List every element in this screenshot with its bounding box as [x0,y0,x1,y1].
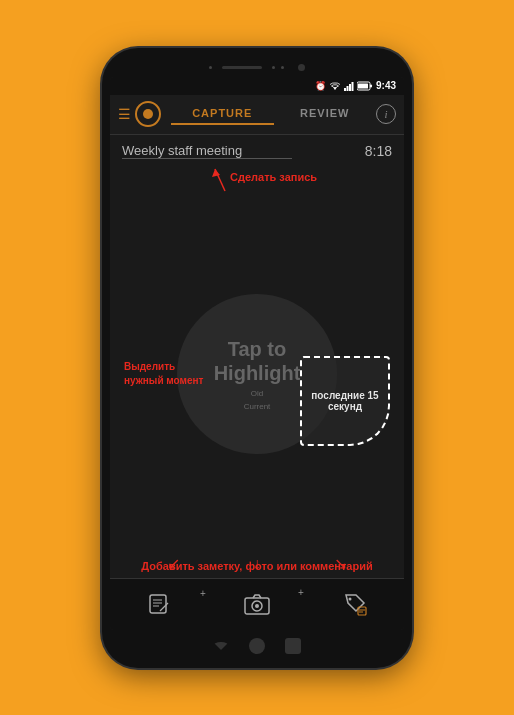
phone-nav-bar [110,636,404,656]
bottom-toolbar: + + [110,578,404,630]
menu-icon[interactable]: ☰ [118,106,131,122]
speaker-dot-1 [209,66,212,69]
svg-point-17 [255,604,259,608]
tab-capture[interactable]: CAPTURE [171,103,274,125]
highlight-annotation: Выделитьнужный момент [124,360,203,388]
svg-rect-5 [358,83,368,88]
last-15-sec-label: последние 15 секунд [302,386,388,416]
info-icon[interactable]: i [376,104,396,124]
title-bar: 8:18 [110,135,404,165]
svg-rect-1 [346,86,348,91]
speaker-dot-3 [281,66,284,69]
arrow-left: ↙ [167,556,180,572]
svg-rect-3 [351,82,353,91]
home-button[interactable] [249,638,265,654]
sub-labels: Old Current [244,389,271,411]
tab-review[interactable]: REVIEW [274,103,377,125]
nav-bar: ☰ CAPTURE REVIEW i [110,95,404,135]
add-tag-button[interactable]: + [306,591,404,617]
camera-plus-icon: + [200,588,206,599]
tap-to-highlight-text: Tap to Highlight [214,337,301,385]
svg-rect-2 [349,84,351,91]
back-button[interactable] [213,642,229,650]
nav-tabs: CAPTURE REVIEW [171,103,376,125]
svg-line-14 [160,609,162,611]
note-icon [146,591,172,617]
phone-top-bar [110,60,404,77]
arrow-center: ↓ [253,556,261,572]
speaker-dot-2 [272,66,275,69]
svg-line-13 [162,603,168,609]
main-content: Tap to Highlight Old Current Выделитьнуж… [110,195,404,554]
front-camera [298,64,305,71]
meeting-title-input[interactable] [122,143,292,159]
current-label: Current [244,402,271,411]
status-icons: ⏰ [315,80,396,91]
battery-icon [357,81,373,91]
svg-rect-0 [344,88,346,91]
recent-apps-button[interactable] [285,638,301,654]
phone-screen: ⏰ [110,77,404,630]
svg-point-18 [349,598,352,601]
tag-plus-icon: + [298,587,304,598]
last-15-sec-box[interactable]: последние 15 секунд [300,356,390,446]
record-icon[interactable] [135,101,161,127]
camera-icon [243,592,271,616]
status-time: 9:43 [376,80,396,91]
svg-rect-9 [150,595,166,613]
arrow-right: ↘ [334,556,347,572]
alarm-icon: ⏰ [315,81,326,91]
add-note-button[interactable]: + [110,591,208,617]
status-bar: ⏰ [110,77,404,95]
make-record-label: Сделать запись [230,171,317,183]
record-dot [143,109,153,119]
phone-device: ⏰ [102,48,412,668]
signal-icon [344,81,354,91]
timer-display: 8:18 [365,143,392,159]
old-label: Old [251,389,263,398]
tag-icon [342,591,368,617]
speaker-bar [222,66,262,69]
add-photo-button[interactable]: + [208,592,306,616]
make-record-annotation-area: Сделать запись [110,165,404,195]
svg-rect-6 [370,84,372,87]
arrow-indicators: ↙ ↓ ↘ [110,556,404,572]
wifi-icon [329,81,341,91]
